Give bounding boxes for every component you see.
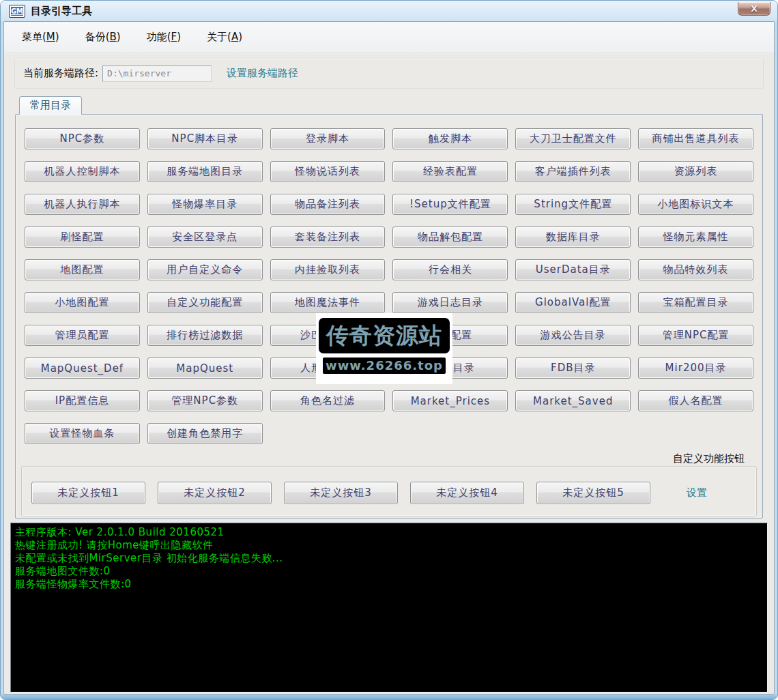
server-path-input[interactable]: D:\mirserver <box>102 65 212 82</box>
grid-button-15[interactable]: 物品备注列表 <box>270 194 386 215</box>
grid-button-14[interactable]: 怪物爆率目录 <box>147 194 263 215</box>
menu-bar: 菜单(M)备份(B)功能(F)关于(A) <box>4 22 774 53</box>
menu-item-M[interactable]: 菜单(M) <box>22 31 59 44</box>
grid-button-22[interactable]: 物品解包配置 <box>392 227 508 248</box>
grid-button-24[interactable]: 怪物元素属性 <box>638 227 753 248</box>
grid-button-51[interactable]: 角色名过滤 <box>270 390 386 411</box>
custom-button-1[interactable]: 未定义按钮1 <box>31 482 145 504</box>
grid-button-47[interactable]: FDB目录 <box>515 358 631 379</box>
grid-button-1[interactable]: NPC参数 <box>25 128 140 149</box>
custom-button-5[interactable]: 未定义按钮5 <box>536 482 650 504</box>
grid-button-48[interactable]: Mir200目录 <box>638 358 753 379</box>
grid-button-3[interactable]: 登录脚本 <box>270 128 386 149</box>
grid-button-42[interactable]: 管理NPC配置 <box>638 325 753 346</box>
watermark-title: 传奇资源站 <box>319 318 450 353</box>
grid-button-6[interactable]: 商铺出售道具列表 <box>638 128 753 149</box>
grid-button-36[interactable]: 宝箱配置目录 <box>638 292 753 313</box>
custom-buttons-groupbox: 未定义按钮1未定义按钮2未定义按钮3未定义按钮4未定义按钮5 设置 <box>21 466 757 516</box>
grid-button-8[interactable]: 服务端地图目录 <box>147 161 263 182</box>
custom-buttons-label: 自定义功能按钮 <box>16 452 745 465</box>
grid-button-33[interactable]: 地图魔法事件 <box>270 292 386 313</box>
grid-button-35[interactable]: GlobalVal配置 <box>515 292 631 313</box>
grid-button-20[interactable]: 安全区登录点 <box>147 227 263 248</box>
grid-button-32[interactable]: 自定义功能配置 <box>147 292 263 313</box>
grid-button-43[interactable]: MapQuest_Def <box>25 358 140 379</box>
grid-button-37[interactable]: 管理员配置 <box>25 325 140 346</box>
grid-button-30[interactable]: 物品特效列表 <box>638 259 753 280</box>
console-line-4: 服务端地图文件数:0 <box>15 565 763 578</box>
grid-button-54[interactable]: 假人名配置 <box>638 390 753 411</box>
watermark: 传奇资源站 www.26266.top <box>316 313 452 384</box>
grid-button-19[interactable]: 刷怪配置 <box>25 227 140 248</box>
grid-button-56[interactable]: 创建角色禁用字 <box>147 423 263 444</box>
grid-button-9[interactable]: 怪物说话列表 <box>270 161 386 182</box>
custom-button-3[interactable]: 未定义按钮3 <box>284 482 398 504</box>
grid-button-26[interactable]: 用户自定义命令 <box>147 259 263 280</box>
grid-button-17[interactable]: String文件配置 <box>515 194 631 215</box>
close-icon: X <box>751 3 758 14</box>
grid-button-11[interactable]: 客户端插件列表 <box>515 161 631 182</box>
close-button[interactable]: X <box>738 2 770 16</box>
custom-buttons-row: 未定义按钮1未定义按钮2未定义按钮3未定义按钮4未定义按钮5 <box>22 467 756 504</box>
grid-button-12[interactable]: 资源列表 <box>638 161 753 182</box>
title-bar: GM 目录引导工具 X <box>1 1 777 21</box>
console-line-3: 未配置或未找到MirServer目录 初始化服务端信息失败... <box>15 552 763 565</box>
app-window: GM 目录引导工具 X 菜单(M)备份(B)功能(F)关于(A) 当前服务端路径… <box>0 0 778 700</box>
watermark-url: www.26266.top <box>323 358 446 374</box>
grid-button-16[interactable]: !Setup文件配置 <box>392 194 508 215</box>
grid-button-2[interactable]: NPC脚本目录 <box>147 128 263 149</box>
grid-button-13[interactable]: 机器人执行脚本 <box>25 194 140 215</box>
gm-app-icon: GM <box>9 5 25 18</box>
grid-button-27[interactable]: 内挂捡取列表 <box>270 259 386 280</box>
server-path-label: 当前服务端路径: <box>23 67 98 80</box>
grid-button-50[interactable]: 管理NPC参数 <box>147 390 263 411</box>
grid-button-29[interactable]: UserData目录 <box>515 259 631 280</box>
grid-button-53[interactable]: Market_Saved <box>515 390 631 411</box>
grid-button-21[interactable]: 套装备注列表 <box>270 227 386 248</box>
grid-button-55[interactable]: 设置怪物血条 <box>25 423 140 444</box>
window-title: 目录引导工具 <box>31 5 92 18</box>
directory-button-grid: NPC参数NPC脚本目录登录脚本触发脚本大刀卫士配置文件商铺出售道具列表机器人控… <box>16 115 762 444</box>
console-line-2: 热键注册成功! 请按Home键呼出隐藏软件 <box>15 539 763 552</box>
grid-button-10[interactable]: 经验表配置 <box>392 161 508 182</box>
grid-button-34[interactable]: 游戏日志目录 <box>392 292 508 313</box>
grid-button-5[interactable]: 大刀卫士配置文件 <box>515 128 631 149</box>
tab-control: 常用目录 NPC参数NPC脚本目录登录脚本触发脚本大刀卫士配置文件商铺出售道具列… <box>15 96 763 519</box>
menu-item-A[interactable]: 关于(A) <box>207 31 242 44</box>
grid-button-7[interactable]: 机器人控制脚本 <box>25 161 140 182</box>
custom-button-4[interactable]: 未定义按钮4 <box>410 482 524 504</box>
set-server-path-link[interactable]: 设置服务端路径 <box>227 67 298 80</box>
grid-button-23[interactable]: 数据库目录 <box>515 227 631 248</box>
console-output: 主程序版本: Ver 2.0.1.0 Build 20160521热键注册成功!… <box>10 523 768 692</box>
console-line-1: 主程序版本: Ver 2.0.1.0 Build 20160521 <box>15 526 763 539</box>
grid-button-4[interactable]: 触发脚本 <box>392 128 508 149</box>
grid-button-28[interactable]: 行会相关 <box>392 259 508 280</box>
menu-item-F[interactable]: 功能(F) <box>147 31 181 44</box>
grid-button-52[interactable]: Market_Prices <box>392 390 508 411</box>
custom-buttons-settings-link[interactable]: 设置 <box>687 486 707 499</box>
custom-button-2[interactable]: 未定义按钮2 <box>158 482 272 504</box>
console-line-5: 服务端怪物爆率文件数:0 <box>15 578 763 591</box>
grid-button-18[interactable]: 小地图标识文本 <box>638 194 753 215</box>
grid-button-38[interactable]: 排行榜过滤数据 <box>147 325 263 346</box>
grid-button-44[interactable]: MapQuest <box>147 358 263 379</box>
grid-button-41[interactable]: 游戏公告目录 <box>515 325 631 346</box>
grid-button-49[interactable]: IP配置信息 <box>25 390 140 411</box>
grid-button-25[interactable]: 地图配置 <box>25 259 140 280</box>
menu-item-B[interactable]: 备份(B) <box>85 31 121 44</box>
grid-button-31[interactable]: 小地图配置 <box>25 292 140 313</box>
server-path-panel: 当前服务端路径: D:\mirserver 设置服务端路径 <box>14 58 764 89</box>
tab-common-directories[interactable]: 常用目录 <box>19 96 82 115</box>
